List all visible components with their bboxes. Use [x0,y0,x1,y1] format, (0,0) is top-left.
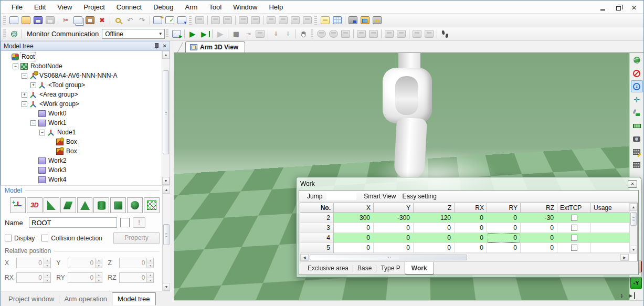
cell-rx[interactable]: 0 [455,223,487,233]
cell-x[interactable]: 0 [334,233,374,243]
work-dialog-titlebar[interactable]: Work ✕ [299,177,639,190]
table-vscrollbar[interactable]: ▲ ▼ [629,203,637,254]
timer-2-icon[interactable] [328,28,340,40]
menu-jump[interactable]: Jump [304,192,325,201]
cylinder-tool-button[interactable] [93,197,109,213]
tab-project-window[interactable]: Project window [4,293,59,304]
indent-icon[interactable] [221,15,234,26]
cell-ry[interactable]: 0 [487,243,521,253]
spin-up-icon[interactable]: ▲ [44,258,50,263]
cell-rz[interactable]: 0 [521,223,557,233]
draw-tool-1-icon[interactable] [265,15,277,26]
cell-x[interactable]: 0 [334,243,374,253]
ry-stepper[interactable]: 0▲▼ [68,272,102,283]
save-icon[interactable] [44,15,56,26]
cell-rz[interactable]: 0 [521,233,557,243]
scroll-down-icon[interactable]: ▼ [162,177,170,185]
scroll-thumb[interactable] [163,224,170,245]
exttcp-checkbox[interactable] [571,235,577,241]
stop-icon[interactable]: ■ [230,28,242,40]
spin-down-icon[interactable]: ▼ [147,263,153,268]
copy-icon[interactable] [72,15,84,26]
cell-x[interactable]: 0 [334,223,374,233]
spin-down-icon[interactable]: ▼ [96,278,102,283]
arm-mirror-icon[interactable] [371,15,383,26]
snapshot-1-icon[interactable] [383,28,395,40]
spin-down-icon[interactable]: ▼ [147,278,153,283]
expand-right-icon[interactable]: ▶ [628,292,635,299]
scroll-thumb[interactable] [163,70,169,154]
menu-edit[interactable]: Edit [28,2,51,13]
col-ry[interactable]: RY [487,203,521,213]
draw-tool-2-icon[interactable] [277,15,289,26]
align-bottom-icon[interactable] [249,15,261,26]
exttcp-checkbox[interactable] [571,215,577,221]
film-record-icon[interactable] [631,146,643,158]
jump-field[interactable] [326,192,356,200]
jog-minus-y-button[interactable]: -Y [630,277,642,289]
name-input[interactable] [29,217,117,228]
cell-z[interactable]: 0 [414,223,455,233]
menu-window[interactable]: Window [227,2,263,13]
align-top-icon[interactable] [237,15,249,26]
menu-help[interactable]: Help [263,2,289,13]
camera-capture-icon[interactable] [631,133,643,145]
export-icon[interactable]: ▼ [176,15,188,26]
pan-view-icon[interactable]: ✛ [631,93,643,105]
menu-arm[interactable]: Arm [180,2,204,13]
data-grid-icon[interactable] [331,15,343,26]
col-exttcp[interactable]: ExtTCP [557,203,591,213]
robot-view-icon[interactable] [631,107,643,119]
capture-2-icon[interactable] [367,28,379,40]
spin-up-icon[interactable]: ▲ [147,258,153,263]
prism-tool-button[interactable] [60,197,76,213]
menu-file[interactable]: File [6,2,28,13]
draw-tool-3-icon[interactable] [289,15,301,26]
tree-item-robotnode[interactable]: RobotNode [1,61,161,71]
panel-close-icon[interactable]: ✕ [163,43,167,49]
exttcp-checkbox[interactable] [571,225,577,231]
rz-stepper[interactable]: 0▲▼ [119,272,154,283]
scroll-up-icon[interactable]: ▲ [163,186,170,194]
cell-y[interactable]: 0 [374,223,414,233]
tree-item-box1[interactable]: Box [1,137,161,146]
expand-icon[interactable] [30,82,36,88]
program-run-icon[interactable]: ▶ [171,28,183,40]
table-hscrollbar[interactable]: ◀ ▶ [300,254,629,261]
snapshot-2-icon[interactable] [395,28,407,40]
rotate-z-icon[interactable]: z [631,80,643,92]
paste-icon[interactable] [84,15,96,26]
crosshatch-tool-button[interactable] [144,197,160,213]
arm-3d-viewport[interactable]: z ✛ -X -Y ▲▼ ▶ [174,53,643,300]
no-edit-icon[interactable] [631,67,643,79]
panel-splitter[interactable] [170,41,174,306]
cell-z[interactable]: 120 [414,213,455,223]
col-y[interactable]: Y [374,203,414,213]
minimize-icon[interactable] [598,3,607,10]
step-down-2-icon[interactable]: ⇓ [282,28,294,40]
y-stepper[interactable]: 0▲▼ [68,258,102,268]
model-tool-icon[interactable] [359,15,371,26]
redo-icon[interactable]: ↷ [136,15,148,26]
scroll-right-icon[interactable]: ▶ [620,254,629,261]
log-view-icon[interactable] [319,15,331,26]
close-icon[interactable]: ✕ [630,3,638,10]
outdent-icon[interactable] [209,15,221,26]
play-disabled-icon[interactable]: ▶ [214,28,226,40]
axis-tool-button[interactable]: + [10,197,26,213]
open-project-icon[interactable] [20,15,32,26]
col-x[interactable]: X [334,203,374,213]
collapse-icon[interactable] [22,73,27,79]
spin-down-icon[interactable]: ▼ [96,263,102,268]
row-number[interactable]: 5 [300,243,334,253]
col-z[interactable]: Z [414,203,455,213]
menu-connect[interactable]: Connect [111,2,147,13]
collapse-icon[interactable] [13,64,18,69]
pin-icon[interactable] [154,43,159,49]
sphere-tool-button[interactable] [127,197,143,213]
wedge-tool-button[interactable] [44,197,59,213]
tab-arm-operation[interactable]: Arm operation [59,293,112,304]
scroll-down-icon[interactable]: ▼ [630,246,637,254]
display-checkbox[interactable] [5,235,12,241]
tab-type-p[interactable]: Type P [376,263,404,273]
